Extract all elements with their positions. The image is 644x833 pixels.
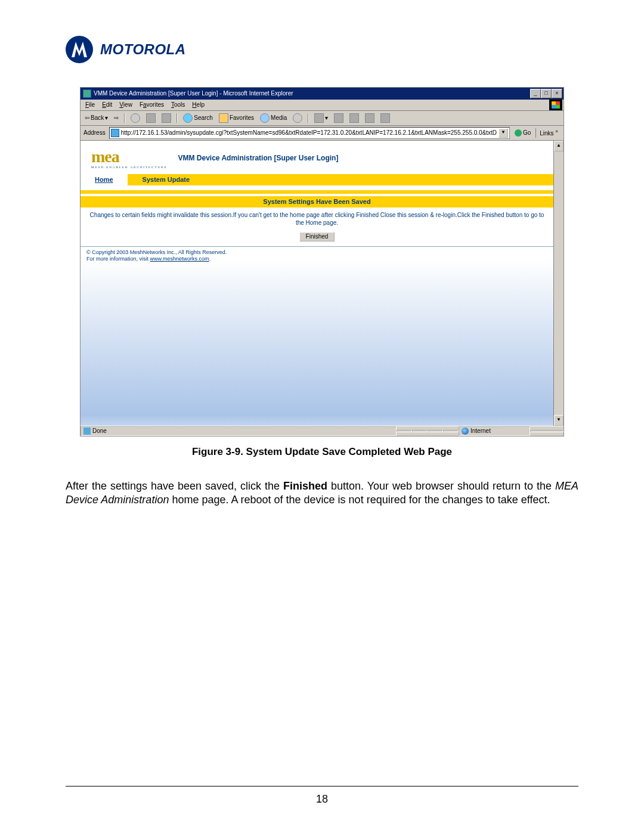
ie-icon bbox=[83, 89, 91, 98]
finished-button[interactable]: Finished bbox=[299, 232, 335, 241]
window-max-button[interactable]: □ bbox=[541, 89, 552, 98]
address-url: http://172.16.1.53/admin/sysupdate.cgi?t… bbox=[121, 129, 497, 137]
save-message: Changes to certain fields might invalida… bbox=[80, 208, 553, 231]
menu-tools[interactable]: Tools bbox=[168, 100, 188, 110]
menu-view[interactable]: View bbox=[116, 100, 136, 110]
mea-logo: mea MESH ENABLED ARCHITECTURE bbox=[91, 147, 168, 169]
menu-favorites[interactable]: Favorites bbox=[136, 100, 168, 110]
scroll-down-icon[interactable]: ▼ bbox=[554, 415, 564, 426]
page-icon bbox=[111, 129, 119, 137]
address-label: Address bbox=[82, 129, 107, 137]
links-label[interactable]: Links » bbox=[535, 128, 562, 137]
status-bar: Done Internet bbox=[80, 426, 564, 436]
discuss-button[interactable] bbox=[363, 113, 376, 123]
history-button[interactable] bbox=[291, 113, 304, 123]
address-bar: Address http://172.16.1.53/admin/sysupda… bbox=[80, 126, 564, 141]
address-dropdown-icon[interactable]: ▼ bbox=[499, 128, 508, 138]
moreinfo-prefix: For more information, visit bbox=[86, 256, 150, 262]
go-button[interactable]: Go bbox=[512, 129, 533, 137]
scroll-up-icon[interactable]: ▲ bbox=[554, 141, 564, 151]
body-paragraph: After the settings have been saved, clic… bbox=[66, 479, 578, 506]
zone-label: Internet bbox=[470, 428, 491, 435]
moreinfo-suffix: . bbox=[209, 256, 211, 262]
motorola-wordmark: MOTOROLA bbox=[100, 41, 186, 58]
motorola-logo-icon bbox=[66, 36, 93, 63]
window-min-button[interactable]: _ bbox=[530, 89, 541, 98]
zone-icon bbox=[462, 428, 469, 435]
stop-button[interactable] bbox=[129, 113, 142, 123]
ie-window: VMM Device Administration [Super User Lo… bbox=[80, 87, 564, 436]
tab-home[interactable]: Home bbox=[80, 174, 128, 185]
window-titlebar: VMM Device Administration [Super User Lo… bbox=[80, 88, 564, 100]
ie-throbber-icon bbox=[549, 100, 562, 110]
page-number: 18 bbox=[0, 793, 644, 806]
home-button[interactable] bbox=[160, 113, 173, 123]
refresh-button[interactable] bbox=[144, 113, 157, 123]
status-page-icon bbox=[83, 428, 91, 435]
tab-system-update[interactable]: System Update bbox=[128, 174, 204, 185]
vertical-scrollbar[interactable]: ▲ ▼ bbox=[553, 141, 564, 426]
search-button[interactable]: Search bbox=[181, 113, 215, 123]
toolbar: ⇦ Back ▾ ⇨ Search Favorites Media ▾ bbox=[80, 111, 564, 126]
figure-caption: Figure 3-9. System Update Save Completed… bbox=[66, 446, 578, 458]
extra-button[interactable] bbox=[379, 113, 392, 123]
menu-edit[interactable]: Edit bbox=[98, 100, 116, 110]
status-text: Done bbox=[92, 428, 107, 435]
brand-header: MOTOROLA bbox=[66, 36, 578, 63]
go-icon bbox=[515, 129, 522, 137]
back-button[interactable]: ⇦ Back ▾ bbox=[83, 114, 110, 122]
window-close-button[interactable]: × bbox=[552, 89, 562, 98]
print-button[interactable] bbox=[332, 113, 345, 123]
tab-bar: Home System Update bbox=[80, 174, 553, 185]
media-button[interactable]: Media bbox=[258, 113, 289, 123]
content-footer: © Copyright 2003 MeshNetworks Inc., All … bbox=[80, 247, 553, 265]
mail-button[interactable]: ▾ bbox=[312, 113, 330, 123]
address-input[interactable]: http://172.16.1.53/admin/sysupdate.cgi?t… bbox=[109, 127, 510, 139]
edit-button[interactable] bbox=[348, 113, 361, 123]
saved-banner: System Settings Have Been Saved bbox=[80, 196, 553, 208]
copyright: © Copyright 2003 MeshNetworks Inc., All … bbox=[86, 249, 547, 256]
menubar: FFileile Edit View Favorites Tools Help bbox=[80, 100, 564, 111]
menu-help[interactable]: Help bbox=[188, 100, 208, 110]
menu-file[interactable]: FFileile bbox=[82, 100, 98, 110]
forward-button[interactable]: ⇨ bbox=[112, 114, 120, 122]
page-title: VMM Device Administration [Super User Lo… bbox=[178, 154, 339, 162]
window-title: VMM Device Administration [Super User Lo… bbox=[94, 90, 293, 97]
moreinfo-link[interactable]: www.meshnetworks.com bbox=[150, 256, 209, 262]
page-content: mea MESH ENABLED ARCHITECTURE VMM Device… bbox=[80, 141, 553, 426]
favorites-button[interactable]: Favorites bbox=[217, 113, 256, 123]
footer-rule bbox=[66, 786, 578, 786]
